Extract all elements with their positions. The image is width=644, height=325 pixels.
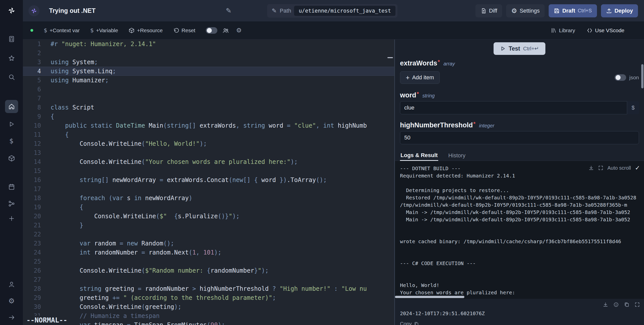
code-line[interactable]: 29 greeting += " (according to the thres… bbox=[23, 293, 394, 302]
context-var-label: +Context var bbox=[50, 27, 80, 33]
log-horizontal-scrollbar[interactable] bbox=[395, 296, 464, 298]
code-line[interactable]: 30 Console.WriteLine(greeting); bbox=[23, 302, 394, 311]
sidebar-item-search[interactable] bbox=[5, 70, 18, 84]
code-line[interactable]: 9{ bbox=[23, 112, 394, 121]
add-resource-button[interactable]: +Resource bbox=[129, 27, 163, 33]
arrow-right-icon bbox=[8, 314, 15, 321]
use-vscode-button[interactable]: Use VScode bbox=[587, 27, 624, 33]
sidebar-item-apps[interactable] bbox=[5, 32, 18, 46]
library-button[interactable]: Library bbox=[551, 27, 575, 33]
code-line[interactable]: 14 Console.WriteLine("Your chosen words … bbox=[23, 157, 394, 166]
sidebar-item-runs[interactable] bbox=[5, 118, 18, 131]
code-line[interactable]: 5using Humanizer; bbox=[23, 76, 394, 85]
code-line[interactable]: 25 bbox=[23, 257, 394, 266]
deploy-button[interactable]: Deploy bbox=[601, 4, 638, 17]
code-line[interactable]: 16 string[] newWordArray = extraWords.Co… bbox=[23, 175, 394, 185]
settings-label: Settings bbox=[520, 8, 540, 14]
line-number: 26 bbox=[23, 266, 51, 275]
edit-title-button[interactable]: ✎ bbox=[226, 7, 231, 15]
required-marker: * bbox=[473, 121, 476, 127]
reset-button[interactable]: Reset bbox=[173, 27, 195, 33]
collaborators-button[interactable] bbox=[222, 27, 229, 34]
workspace-logo-icon[interactable] bbox=[28, 5, 39, 16]
code-line[interactable]: 6 bbox=[23, 85, 394, 94]
download-logs-button[interactable] bbox=[588, 165, 594, 171]
diff-button[interactable]: Diff bbox=[475, 4, 502, 17]
result-info-button[interactable] bbox=[613, 302, 619, 307]
line-code: using System; bbox=[51, 58, 98, 67]
code-line[interactable]: 3using System; bbox=[23, 58, 394, 67]
settings-button[interactable]: ⚙ Settings bbox=[506, 4, 545, 17]
word-input[interactable] bbox=[400, 101, 639, 114]
line-number: 9 bbox=[23, 112, 51, 121]
add-item-button[interactable]: + Add item bbox=[400, 71, 440, 84]
code-line[interactable]: 24 int randomNumber = random.Next(1, 101… bbox=[23, 248, 394, 257]
code-line[interactable]: 28 string greeting = randomNumber > high… bbox=[23, 284, 394, 293]
sidebar-item-schedules[interactable] bbox=[5, 180, 18, 193]
expand-logs-button[interactable] bbox=[598, 165, 603, 171]
windmill-logo-icon[interactable] bbox=[6, 5, 18, 17]
code-line[interactable]: 23 var random = new Random(); bbox=[23, 239, 394, 248]
path-button[interactable]: ✎ Path u/etienne/microsoft_java_test bbox=[267, 4, 397, 18]
code-line[interactable]: 15 bbox=[23, 166, 394, 175]
add-context-var-button[interactable]: $ +Context var bbox=[44, 27, 80, 33]
code-line[interactable]: 31 // Humanize a timespan bbox=[23, 311, 394, 320]
tab-logs-result[interactable]: Logs & Result bbox=[400, 150, 438, 161]
sidebar-item-resources[interactable] bbox=[5, 152, 18, 165]
line-number: 22 bbox=[23, 230, 51, 239]
code-line[interactable]: 12 Console.WriteLine("Hello, World!"); bbox=[23, 139, 394, 148]
code-line[interactable]: 21 } bbox=[23, 221, 394, 230]
threshold-input[interactable] bbox=[400, 131, 639, 144]
arg-word-header: word* string bbox=[395, 91, 644, 99]
code-line[interactable]: 1#r "nuget: Humanizer, 2.14.1" bbox=[23, 40, 394, 49]
sidebar-collapse-toggle[interactable] bbox=[5, 311, 18, 324]
cube-icon bbox=[129, 27, 135, 33]
auto-scroll-checkbox[interactable]: ✓ bbox=[635, 164, 640, 171]
code-line[interactable]: 26 Console.WriteLine($"Random number: {r… bbox=[23, 266, 394, 275]
sidebar-item-favorites[interactable] bbox=[5, 52, 18, 65]
reset-icon bbox=[173, 27, 179, 33]
tab-history[interactable]: History bbox=[448, 150, 466, 161]
code-line[interactable]: 4using System.Linq; bbox=[23, 67, 394, 76]
editor-scrollbar-thumb[interactable] bbox=[387, 57, 393, 58]
toggle-knob bbox=[207, 28, 212, 33]
copy-button[interactable]: Copy bbox=[400, 321, 419, 325]
code-line[interactable]: 18 foreach (var s in newWordArray) bbox=[23, 194, 394, 203]
editor-settings-button[interactable]: ⚙ bbox=[236, 27, 242, 33]
code-line[interactable]: 27 bbox=[23, 275, 394, 284]
code-line[interactable]: 11 { bbox=[23, 130, 394, 139]
expand-result-button[interactable] bbox=[634, 302, 640, 307]
code-line[interactable]: 10 public static DateTime Main(string[] … bbox=[23, 121, 394, 130]
sidebar-item-flows[interactable] bbox=[5, 197, 18, 210]
code-line[interactable]: 32 var timespan = TimeSpan.FromMinutes(9… bbox=[23, 320, 394, 325]
copy-result-button[interactable] bbox=[624, 302, 629, 307]
draft-button[interactable]: Draft Ctrl+S bbox=[549, 4, 597, 17]
sidebar-item-settings[interactable]: ⚙ bbox=[5, 295, 18, 308]
code-editor[interactable]: 1#r "nuget: Humanizer, 2.14.1"23using Sy… bbox=[23, 40, 394, 325]
sidebar-item-create[interactable] bbox=[5, 212, 18, 225]
code-line[interactable]: 20 Console.WriteLine($" {s.Pluralize()}"… bbox=[23, 212, 394, 221]
line-code: greeting += " (according to the threshol… bbox=[51, 293, 276, 302]
download-result-button[interactable] bbox=[603, 302, 608, 307]
json-toggle[interactable] bbox=[615, 74, 626, 81]
code-line[interactable]: 17 bbox=[23, 185, 394, 194]
sidebar-item-variables[interactable]: $ bbox=[5, 134, 18, 148]
sidebar-item-home[interactable] bbox=[5, 100, 18, 113]
panel-vertical-scrollbar[interactable] bbox=[641, 64, 643, 88]
code-line[interactable]: 22 bbox=[23, 230, 394, 239]
arg-name: word bbox=[400, 91, 416, 99]
code-line[interactable]: 7 bbox=[23, 94, 394, 103]
code-line[interactable]: 19 { bbox=[23, 203, 394, 212]
collab-toggle[interactable] bbox=[206, 27, 217, 34]
plus-icon bbox=[8, 215, 15, 222]
code-line[interactable]: 2 bbox=[23, 49, 394, 58]
json-toggle-wrap: json bbox=[615, 74, 639, 81]
code-line[interactable]: 13 bbox=[23, 148, 394, 157]
sidebar-item-account[interactable] bbox=[5, 278, 18, 291]
add-variable-button[interactable]: $ +Variable bbox=[90, 27, 118, 33]
test-button[interactable]: Test Ctrl+↵ bbox=[494, 42, 545, 55]
line-number: 2 bbox=[23, 49, 51, 58]
code-line[interactable]: 8class Script bbox=[23, 103, 394, 112]
gear-icon: ⚙ bbox=[236, 27, 242, 33]
variable-picker-button[interactable]: $ bbox=[627, 101, 639, 114]
